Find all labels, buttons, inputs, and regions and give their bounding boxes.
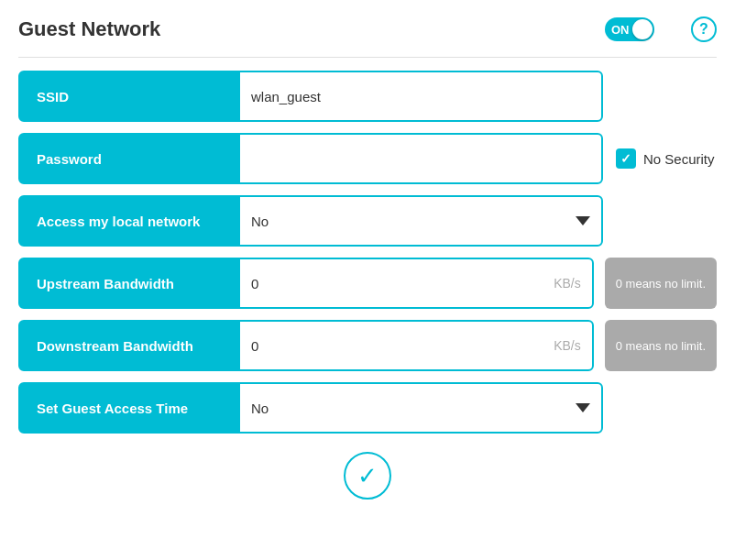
downstream-limit-hint: 0 means no limit. xyxy=(605,320,717,371)
ssid-row: SSID xyxy=(18,71,717,122)
save-button-container: ✓ xyxy=(18,452,717,500)
save-button[interactable]: ✓ xyxy=(344,452,391,500)
checkbox-check-icon: ✓ xyxy=(620,152,631,165)
upstream-unit: KB/s xyxy=(554,276,592,291)
downstream-label: Downstream Bandwidth xyxy=(20,322,240,369)
ssid-input[interactable] xyxy=(240,89,601,104)
guest-network-toggle[interactable]: ON xyxy=(605,17,654,41)
guest-time-label: Set Guest Access Time xyxy=(20,384,240,432)
downstream-input[interactable] xyxy=(240,338,554,354)
password-label: Password xyxy=(20,135,240,182)
access-dropdown-arrow-icon xyxy=(576,216,590,225)
guest-time-row: Set Guest Access Time No xyxy=(18,382,717,434)
toggle-label: ON xyxy=(611,23,630,37)
password-row: Password ✓ No Security xyxy=(18,133,717,184)
guest-time-field-wrapper: Set Guest Access Time No xyxy=(18,382,603,434)
access-dropdown[interactable]: No xyxy=(240,214,601,229)
downstream-row: Downstream Bandwidth KB/s 0 means no lim… xyxy=(18,320,717,371)
ssid-field-wrapper: SSID xyxy=(18,71,603,122)
ssid-label: SSID xyxy=(20,72,240,120)
save-check-icon: ✓ xyxy=(357,464,378,488)
no-security-checkbox[interactable]: ✓ xyxy=(616,148,636,169)
upstream-label: Upstream Bandwidth xyxy=(20,259,240,307)
help-icon[interactable]: ? xyxy=(691,16,717,42)
downstream-unit: KB/s xyxy=(554,338,592,353)
guest-time-dropdown-value: No xyxy=(251,401,576,416)
access-row: Access my local network No xyxy=(18,195,717,247)
access-label: Access my local network xyxy=(20,197,240,245)
page-container: Guest Network ON ? SSID Password ✓ No Se… xyxy=(0,0,735,560)
password-input[interactable] xyxy=(240,151,601,167)
access-field-wrapper: Access my local network No xyxy=(18,195,603,247)
header: Guest Network ON ? xyxy=(18,9,717,58)
guest-time-dropdown-arrow-icon xyxy=(576,403,590,412)
upstream-field-wrapper: Upstream Bandwidth KB/s xyxy=(18,258,594,309)
guest-time-dropdown[interactable]: No xyxy=(240,401,601,416)
downstream-field-wrapper: Downstream Bandwidth KB/s xyxy=(18,320,594,371)
upstream-input[interactable] xyxy=(240,276,554,291)
toggle-knob xyxy=(632,19,653,39)
no-security-container: ✓ No Security xyxy=(616,148,715,169)
no-security-label: No Security xyxy=(643,151,715,167)
toggle-container[interactable]: ON xyxy=(605,17,654,41)
page-title: Guest Network xyxy=(18,17,605,41)
access-dropdown-value: No xyxy=(251,214,576,229)
upstream-limit-hint: 0 means no limit. xyxy=(605,258,717,309)
password-field-wrapper: Password xyxy=(18,133,603,184)
upstream-row: Upstream Bandwidth KB/s 0 means no limit… xyxy=(18,258,717,309)
